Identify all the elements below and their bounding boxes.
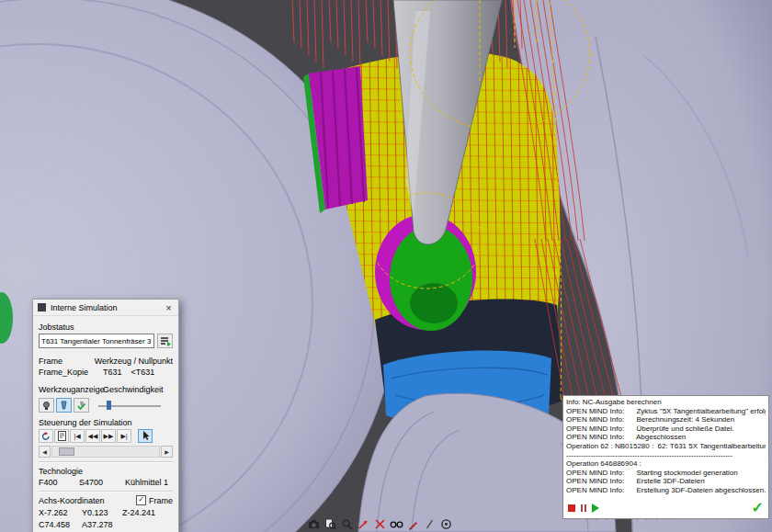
coord-z: Z-24.241 <box>122 508 173 517</box>
steuerung-label: Steuerung der Simulation <box>39 418 173 427</box>
job-select[interactable]: T631 Tangentialer Tonnenfräser 3 ∨ <box>39 334 154 348</box>
frame-value: Frame_Kopie <box>39 368 103 377</box>
tool-lamp-toggle[interactable] <box>39 398 54 413</box>
werkzeug-value: T631 <box>103 368 122 377</box>
dialog-app-icon <box>38 303 46 311</box>
nullpunkt-value: <T631 <box>131 368 155 377</box>
frame-label: Frame <box>39 357 95 366</box>
magnifier-icon[interactable] <box>340 517 354 531</box>
tool-check-toggle[interactable] <box>74 398 89 413</box>
log-line: OPEN MIND Info: Erstelle 3DF-Dateien <box>566 477 766 486</box>
target-icon[interactable] <box>439 517 453 531</box>
log-line: OPEN MIND Info: Starting stockmodel gene… <box>566 469 766 478</box>
log-line: Operation 62 : NB015280 : 62: T631 5X Ta… <box>566 442 766 451</box>
separator <box>39 461 173 463</box>
application-window: Interne Simulation × Jobstatus T631 Tang… <box>0 0 772 532</box>
speed-slider-thumb[interactable] <box>107 401 111 410</box>
tool-check-icon <box>76 401 86 411</box>
joblist-button[interactable] <box>157 334 173 348</box>
separator <box>39 491 173 492</box>
coord-c: C74.458 <box>39 520 82 529</box>
spindle-value: S4700 <box>79 478 125 487</box>
log-line: OPEN MIND Info: Zyklus "5X Tangentialbea… <box>566 407 766 416</box>
red-arrows-icon[interactable] <box>373 517 387 531</box>
scroll-track[interactable] <box>51 446 160 458</box>
dialog-title: Interne Simulation <box>51 303 162 312</box>
pencil-icon[interactable] <box>406 517 420 531</box>
log-lines[interactable]: Info: NC-Ausgabe berechnenOPEN MIND Info… <box>563 396 768 500</box>
feed-value: F400 <box>39 478 79 487</box>
progress-scrollbar[interactable]: ◀ ▶ <box>39 446 173 458</box>
cursor-arrow-icon <box>142 431 150 441</box>
step-forward-button[interactable]: ▶▶ <box>101 429 116 443</box>
glasses-icon[interactable] <box>390 517 403 531</box>
log-line: OPEN MIND Info: Überprüfe und schließe D… <box>566 424 766 434</box>
pause-button[interactable] <box>581 504 586 512</box>
speed-slider[interactable] <box>98 400 161 411</box>
to-end-button[interactable]: ▶| <box>117 429 131 443</box>
viewport-toolbar <box>307 516 453 531</box>
werkzeuganzeige-label: Werkzeuganzeige <box>39 385 103 394</box>
lamp-icon <box>41 401 51 411</box>
geschwindigkeit-label: Geschwindigkeit <box>103 385 173 394</box>
nc-log-panel: Info: NC-Ausgabe berechnenOPEN MIND Info… <box>562 395 769 519</box>
camera-icon[interactable] <box>307 517 321 531</box>
log-line: ----------------------------------------… <box>566 451 766 460</box>
pick-position-button[interactable] <box>138 429 153 443</box>
close-icon[interactable]: × <box>162 302 176 313</box>
achskoordinaten-label: Achs-Koordinaten <box>39 496 105 505</box>
to-start-button[interactable]: |◀ <box>70 429 85 443</box>
red-arrow-icon[interactable] <box>357 517 370 531</box>
scroll-thumb[interactable] <box>59 447 74 456</box>
technologie-label: Technologie <box>39 467 173 476</box>
frame-checkbox[interactable]: ✓ Frame <box>136 495 173 505</box>
jobstatus-label: Jobstatus <box>39 323 173 332</box>
joblist-icon <box>160 335 171 346</box>
scroll-left-button[interactable]: ◀ <box>39 446 51 458</box>
log-line: Info: NC-Ausgabe berechnen <box>566 398 766 407</box>
tool-display-toggle[interactable] <box>56 398 72 413</box>
coord-a: A37.278 <box>82 520 122 529</box>
chevron-down-icon: ∨ <box>151 337 154 345</box>
page-zoom-icon[interactable] <box>324 517 337 531</box>
checkbox-check-icon: ✓ <box>136 495 146 505</box>
dialog-titlebar[interactable]: Interne Simulation × <box>33 300 178 316</box>
log-line: OPEN MIND Info: Berechnungszeit: 4 Sekun… <box>566 415 766 424</box>
log-line: OPEN MIND Info: Abgeschlossen <box>566 433 766 442</box>
simulation-dialog: Interne Simulation × Jobstatus T631 Tang… <box>32 299 179 532</box>
log-line: OPEN MIND Info: Erstellung 3DF-Dateien a… <box>566 486 766 495</box>
play-button[interactable] <box>592 504 599 513</box>
werkzeug-label: Werkzeug / Nullpunkt <box>95 357 173 366</box>
job-select-value: T631 Tangentialer Tonnenfräser 3 <box>41 337 151 345</box>
coolant-value: Kühlmittel 1 <box>125 478 173 487</box>
log-footer: ✓ <box>563 500 768 518</box>
single-block-icon <box>58 431 66 441</box>
restart-icon <box>41 432 51 441</box>
coord-x: X-7.262 <box>39 508 82 517</box>
stop-button[interactable] <box>568 504 575 512</box>
success-check-icon[interactable]: ✓ <box>752 502 764 515</box>
single-block-button[interactable] <box>54 429 69 443</box>
log-line: Operation 646886904 : <box>566 459 766 469</box>
scroll-right-button[interactable]: ▶ <box>161 446 173 458</box>
coord-y: Y0.123 <box>82 508 122 517</box>
tool-cone-icon <box>59 401 69 411</box>
step-back-button[interactable]: ◀◀ <box>85 429 100 443</box>
restart-button[interactable] <box>39 429 53 443</box>
slash-icon[interactable] <box>423 517 437 531</box>
frame-checkbox-label: Frame <box>149 496 173 505</box>
